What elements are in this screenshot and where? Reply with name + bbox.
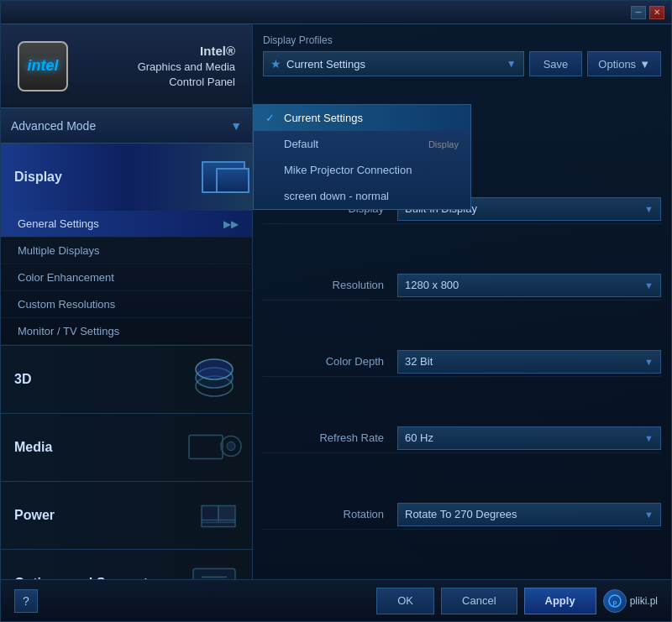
nav-section-power: Power (1, 482, 252, 550)
color-depth-setting-row: Color Depth 32 Bit ▼ (263, 347, 661, 377)
sidebar-item-power-label: Power (1, 508, 252, 523)
brand-line2: Graphics and Media (81, 60, 235, 75)
rotation-setting-row: Rotation Rotate To 270 Degrees ▼ (263, 499, 661, 530)
resolution-setting-row: Resolution 1280 x 800 ▼ (263, 270, 661, 301)
general-settings-label: General Settings (18, 217, 99, 230)
display-submenu: General Settings ▶▶ Multiple Displays Co… (1, 211, 252, 345)
resolution-setting-label: Resolution (263, 279, 397, 291)
sidebar-item-options[interactable]: Options and Support (1, 550, 252, 579)
profiles-row: ★ Current Settings ▼ Save Options ▼ (263, 51, 661, 76)
apply-button[interactable]: Apply (524, 588, 596, 614)
profile-dropdown-menu: ✓ Current Settings ✓ Default Display ✓ M… (253, 104, 671, 210)
nav-section-display: Display General Settings ▶▶ Mu (1, 144, 252, 346)
main-window: ─ ✕ intel Intel® Graphics and Media Cont… (0, 0, 672, 622)
sidebar-item-3d-label: 3D (1, 372, 252, 387)
intel-title: Intel® Graphics and Media Control Panel (81, 42, 235, 90)
sidebar-item-options-label: Options and Support (1, 576, 252, 579)
sidebar-item-power[interactable]: Power (1, 482, 252, 549)
resolution-select-arrow-icon: ▼ (644, 280, 654, 290)
color-depth-select[interactable]: 32 Bit ▼ (397, 350, 661, 374)
cancel-button[interactable]: Cancel (441, 588, 517, 614)
ok-button[interactable]: OK (376, 588, 434, 614)
sidebar-item-general-settings[interactable]: General Settings ▶▶ (1, 211, 252, 238)
dropdown-item-label-0: Current Settings (284, 112, 363, 124)
resolution-select[interactable]: 1280 x 800 ▼ (397, 274, 661, 297)
submenu-arrow-icon: ▶▶ (223, 218, 239, 230)
options-label: Options (598, 58, 636, 71)
profile-select-text: ★ Current Settings (270, 57, 365, 71)
main-area: intel Intel® Graphics and Media Control … (1, 24, 671, 579)
checkmark-icon: ✓ (265, 112, 279, 124)
profile-current-label: Current Settings (286, 58, 365, 71)
settings-grid: Display Built-in Display ▼ Resolution 12… (263, 194, 661, 569)
sidebar-nav: Display General Settings ▶▶ Mu (1, 144, 252, 579)
resolution-select-value: 1280 x 800 (405, 279, 459, 291)
save-button[interactable]: Save (529, 51, 583, 76)
custom-resolutions-label: Custom Resolutions (18, 298, 115, 311)
multiple-displays-label: Multiple Displays (18, 244, 100, 257)
close-button[interactable]: ✕ (649, 6, 664, 19)
sidebar-item-display[interactable]: Display (1, 144, 252, 211)
intel-header: intel Intel® Graphics and Media Control … (1, 24, 252, 108)
nav-section-media: Media (1, 414, 252, 482)
dropdown-item-default[interactable]: ✓ Default Display (254, 131, 470, 157)
intel-logo: intel (18, 41, 68, 91)
dropdown-item-current-settings[interactable]: ✓ Current Settings (254, 105, 470, 131)
mode-selector[interactable]: Advanced Mode ▼ (1, 108, 252, 144)
refresh-rate-select-arrow-icon: ▼ (644, 433, 654, 443)
color-depth-select-value: 32 Bit (405, 355, 433, 368)
title-bar: ─ ✕ (1, 1, 671, 24)
pliki-icon: p (603, 589, 627, 613)
color-depth-setting-label: Color Depth (263, 355, 397, 368)
options-button[interactable]: Options ▼ (587, 51, 661, 76)
dropdown-item-label-3: screen down - normal (284, 190, 389, 202)
intel-logo-text: intel (27, 57, 58, 75)
monitor-tv-label: Monitor / TV Settings (18, 325, 119, 337)
sidebar-item-multiple-displays[interactable]: Multiple Displays (1, 238, 252, 264)
dropdown-menu-container: ✓ Current Settings ✓ Default Display ✓ M… (253, 104, 471, 210)
help-button[interactable]: ? (14, 589, 38, 613)
sidebar-item-media-label: Media (1, 440, 252, 455)
nav-section-3d: 3D (1, 346, 252, 414)
color-depth-select-arrow-icon: ▼ (644, 357, 654, 367)
refresh-rate-setting-row: Refresh Rate 60 Hz ▼ (263, 423, 661, 453)
rotation-select-value: Rotate To 270 Degrees (405, 508, 517, 520)
profile-dropdown[interactable]: ★ Current Settings ▼ (263, 51, 524, 76)
brand-line1: Intel® (81, 42, 235, 60)
refresh-rate-select-value: 60 Hz (405, 431, 433, 444)
pliki-logo: p pliki.pl (603, 589, 658, 613)
rotation-select[interactable]: Rotate To 270 Degrees ▼ (397, 503, 661, 526)
sidebar-item-media[interactable]: Media (1, 414, 252, 481)
minimize-button[interactable]: ─ (631, 6, 646, 19)
profiles-label: Display Profiles (263, 34, 661, 46)
content-area: Display Profiles ★ Current Settings ▼ Sa… (253, 24, 671, 579)
nav-section-options: Options and Support (1, 550, 252, 579)
mode-label: Advanced Mode (11, 119, 96, 133)
sidebar-item-3d[interactable]: 3D (1, 346, 252, 413)
dropdown-item-screen-down[interactable]: ✓ screen down - normal (254, 183, 470, 209)
mode-chevron-icon: ▼ (230, 119, 242, 133)
sidebar-item-monitor-tv[interactable]: Monitor / TV Settings (1, 318, 252, 345)
dropdown-item-label-2: Mike Projector Connection (284, 164, 412, 176)
rotation-select-arrow-icon: ▼ (644, 510, 654, 520)
window-controls: ─ ✕ (631, 6, 664, 19)
sidebar-item-color-enhancement[interactable]: Color Enhancement (1, 264, 252, 291)
profiles-section: Display Profiles ★ Current Settings ▼ Sa… (263, 34, 661, 76)
dropdown-phantom-label: Display (428, 139, 459, 149)
options-chevron-icon: ▼ (639, 58, 650, 71)
profile-star-icon: ★ (270, 57, 281, 71)
svg-text:p: p (612, 598, 617, 606)
bottom-bar: ? OK Cancel Apply p pliki.pl (1, 579, 671, 621)
color-enhancement-label: Color Enhancement (18, 271, 114, 284)
refresh-rate-select[interactable]: 60 Hz ▼ (397, 426, 661, 450)
refresh-rate-setting-label: Refresh Rate (263, 431, 397, 444)
dropdown-item-mike-projector[interactable]: ✓ Mike Projector Connection (254, 157, 470, 183)
sidebar-item-display-label: Display (1, 170, 252, 185)
sidebar-item-custom-resolutions[interactable]: Custom Resolutions (1, 291, 252, 318)
brand-line3: Control Panel (81, 75, 235, 90)
pliki-label: pliki.pl (630, 595, 658, 607)
rotation-setting-label: Rotation (263, 508, 397, 520)
dropdown-item-label-1: Default (284, 138, 318, 150)
sidebar: intel Intel® Graphics and Media Control … (1, 24, 253, 579)
profile-chevron-icon: ▼ (507, 58, 517, 70)
